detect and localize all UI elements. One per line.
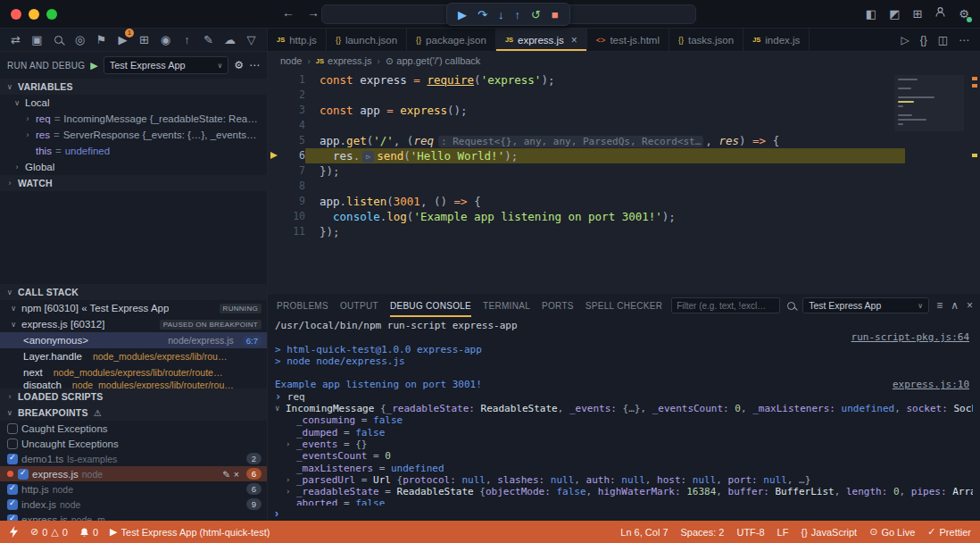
bookmark-icon[interactable]: ⚑: [95, 33, 108, 46]
exception-breakpoint-row[interactable]: Caught Exceptions: [0, 421, 267, 436]
continue-button[interactable]: ▶: [458, 8, 467, 21]
code-editor[interactable]: 1const express = require('express');23co…: [268, 70, 980, 293]
tab-launch.json[interactable]: {}launch.json: [327, 29, 407, 51]
remove-breakpoint-icon[interactable]: ×: [234, 469, 239, 480]
breadcrumb-item[interactable]: ⊙app.get('/') callback: [386, 55, 480, 66]
debug-console-output[interactable]: /usr/local/bin/npm run-script express-ap…: [268, 317, 980, 505]
upload-icon[interactable]: ↑: [180, 33, 194, 46]
inline-step-icon[interactable]: ▷: [362, 151, 374, 163]
breakpoint-row[interactable]: index.jsnode9: [0, 497, 267, 512]
panel-tab-output[interactable]: OUTPUT: [340, 294, 378, 317]
scope-row[interactable]: ∨Local: [0, 95, 267, 111]
breakpoint-checkbox[interactable]: [7, 499, 18, 510]
more-icon[interactable]: ⋯: [249, 59, 260, 71]
callstack-frame[interactable]: nextnode_modules/express/lib/router/rout…: [0, 364, 267, 380]
gear-icon[interactable]: ⚙: [234, 59, 244, 71]
breadcrumb-item[interactable]: node: [280, 55, 302, 66]
split-editor-icon[interactable]: ◫: [938, 34, 948, 46]
breakpoint-checkbox[interactable]: [7, 484, 18, 495]
close-panel-icon[interactable]: ×: [967, 299, 973, 312]
close-button[interactable]: [11, 9, 21, 20]
close-icon[interactable]: ×: [571, 34, 577, 46]
eol[interactable]: LF: [777, 527, 789, 538]
breakpoint-row[interactable]: http.jsnode6: [0, 481, 267, 497]
loaded-scripts-header[interactable]: › LOADED SCRIPTS: [0, 388, 267, 405]
breakpoint-checkbox[interactable]: [18, 469, 29, 480]
twisty-icon[interactable]: ›: [286, 486, 296, 497]
zoom-button[interactable]: [46, 9, 57, 20]
variable-row[interactable]: ›res=ServerResponse {_events: {…}, _even…: [0, 127, 267, 143]
breakpoints-header[interactable]: ∨ BREAKPOINTS ⚠: [0, 405, 267, 421]
problems-status[interactable]: ⊘0△0: [30, 526, 68, 538]
breakpoint-checkbox[interactable]: [7, 514, 18, 522]
breakpoint-row[interactable]: express.jsnode✎×6: [0, 466, 267, 481]
breakpoint-row[interactable]: demo1.tsls-examples2: [0, 451, 267, 466]
panel-tab-terminal[interactable]: TERMINAL: [483, 294, 530, 317]
remote-indicator[interactable]: [9, 526, 19, 538]
cloud-icon[interactable]: ☁: [223, 33, 237, 46]
customize-layout-icon[interactable]: ⊞: [912, 7, 922, 21]
language-mode[interactable]: {}JavaScript: [801, 527, 857, 538]
breakpoint-checkbox[interactable]: [7, 423, 18, 434]
exception-breakpoint-row[interactable]: Uncaught Exceptions: [0, 436, 267, 451]
search-icon[interactable]: [52, 36, 65, 44]
step-out-button[interactable]: ↑: [514, 8, 520, 21]
minimize-button[interactable]: [29, 9, 39, 20]
debug-session-status[interactable]: ▶Test Express App (html-quick-test): [110, 526, 270, 538]
more-actions-icon[interactable]: ⋯: [959, 34, 969, 46]
variables-header[interactable]: ∨ VARIABLES: [0, 79, 267, 95]
debug-alt-icon[interactable]: ▶1: [116, 33, 129, 46]
output-actions-icon[interactable]: ≡: [936, 299, 943, 312]
maximize-panel-icon[interactable]: ∧: [951, 299, 959, 312]
debug-session-select[interactable]: Test Express App ∨: [802, 297, 929, 313]
record-icon[interactable]: ◉: [159, 33, 172, 46]
variable-row[interactable]: ›req=IncomingMessage {_readableState: Re…: [0, 111, 267, 127]
callstack-session[interactable]: ∨express.js [60312]PAUSED ON BREAKPOINT: [0, 316, 267, 332]
breakpoint-checkbox[interactable]: [7, 439, 18, 449]
console-filter-input[interactable]: Filter (e.g. text, !excl…: [671, 297, 780, 313]
layout-grid-icon[interactable]: ⊞: [137, 33, 151, 46]
encoding[interactable]: UTF-8: [736, 527, 764, 538]
source-link[interactable]: express.js:10: [893, 379, 973, 390]
tab-express.js[interactable]: JSexpress.js×: [496, 29, 587, 51]
call-stack-header[interactable]: ∨ CALL STACK: [0, 284, 267, 300]
step-into-button[interactable]: ↓: [498, 8, 504, 21]
step-over-button[interactable]: ↷: [478, 8, 487, 21]
stop-button[interactable]: ■: [552, 8, 559, 21]
source-link[interactable]: run-script-pkg.js:64: [851, 331, 973, 343]
callstack-frame[interactable]: dispatchnode_modules/express/lib/router/…: [0, 380, 267, 388]
callstack-session[interactable]: ∨npm [60310] « Test Express AppRUNNING: [0, 300, 267, 316]
edit-icon[interactable]: ✎: [202, 33, 215, 46]
minimap[interactable]: [894, 75, 964, 131]
panel-tab-ports[interactable]: PORTS: [542, 294, 574, 317]
tab-package.json[interactable]: {}package.json: [407, 29, 496, 51]
indentation[interactable]: Spaces: 2: [681, 527, 725, 538]
callstack-frame[interactable]: <anonymous>node/express.js6:7: [0, 332, 267, 348]
panel-tab-spell-checker[interactable]: SPELL CHECKER: [586, 294, 662, 317]
breakpoint-checkbox[interactable]: [7, 454, 18, 464]
restart-button[interactable]: ↺: [531, 8, 541, 21]
callstack-frame[interactable]: Layer.handlenode_modules/express/lib/rou…: [0, 348, 267, 364]
breadcrumb-item[interactable]: JSexpress.js: [316, 55, 372, 66]
watch-header[interactable]: › WATCH: [0, 175, 267, 191]
funnel-icon[interactable]: ▽: [245, 33, 258, 46]
variable-row[interactable]: this=undefined: [0, 143, 267, 159]
prettier[interactable]: ✓Prettier: [927, 526, 971, 538]
debug-console-input[interactable]: ›: [268, 505, 980, 521]
copy-icon[interactable]: ▣: [30, 33, 44, 46]
layout-sidebar-icon[interactable]: ◧: [866, 7, 876, 21]
move-icon[interactable]: ⇄: [9, 33, 22, 46]
twisty-icon[interactable]: ›: [286, 474, 296, 486]
forward-icon[interactable]: →: [307, 5, 320, 20]
twisty-icon[interactable]: ›: [286, 439, 296, 450]
tab-tasks.json[interactable]: {}tasks.json: [669, 29, 743, 51]
layout-panel-icon[interactable]: ◩: [889, 7, 900, 21]
back-icon[interactable]: ←: [282, 5, 295, 20]
tab-http.js[interactable]: JShttp.js: [268, 29, 327, 51]
tab-test-js.html[interactable]: <>test-js.html: [587, 29, 669, 51]
target-icon[interactable]: ◎: [73, 33, 87, 46]
start-debugging-button[interactable]: ▶: [90, 60, 97, 71]
run-options-icon[interactable]: {}: [920, 34, 927, 46]
run-file-button[interactable]: ▷: [901, 34, 909, 46]
search-icon[interactable]: [787, 302, 795, 310]
